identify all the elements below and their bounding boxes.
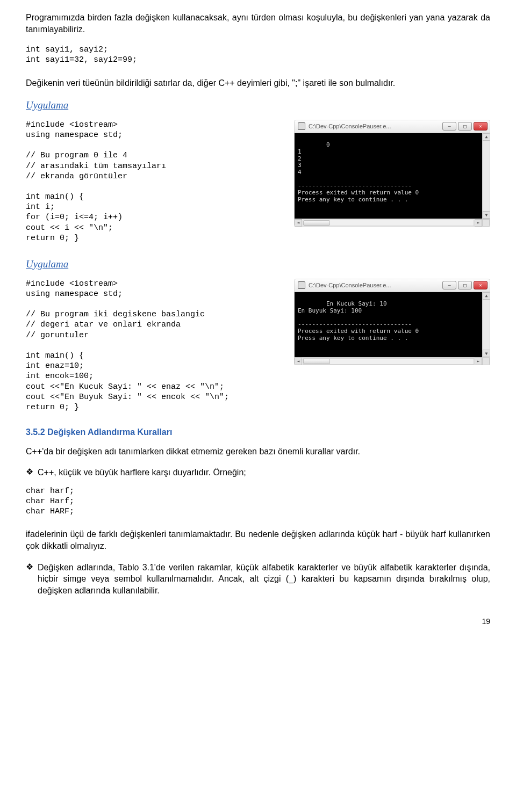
- scroll-right-icon[interactable]: ►: [475, 358, 482, 365]
- intro-code: int sayi1, sayi2; int sayi1=32, sayi2=99…: [26, 45, 490, 65]
- scroll-up-icon[interactable]: ▲: [483, 292, 490, 300]
- minimize-button[interactable]: –: [442, 281, 456, 289]
- scroll-h-thumb[interactable]: [303, 220, 330, 226]
- app-icon: [298, 122, 305, 130]
- resize-grip-icon[interactable]: [482, 358, 490, 365]
- intro-paragraph-2: Değikenin veri tüeünün bildirildiği satı…: [26, 77, 490, 89]
- horizontal-scrollbar[interactable]: ◄ ►: [295, 357, 490, 365]
- intro-paragraph-1: Programımızda birden fazla değişken kull…: [26, 12, 490, 35]
- console-1-title: C:\Dev-Cpp\ConsolePauser.e...: [309, 122, 442, 130]
- console-1-output: 0 1 2 3 4 ------------------------------…: [295, 133, 490, 219]
- vertical-scrollbar[interactable]: ▲ ▼: [482, 133, 490, 219]
- example-1-row: #include <iostream> using namespace std;…: [26, 120, 490, 243]
- bullet-1: ❖ C++, küçük ve büyük harflere karşı duy…: [26, 467, 490, 479]
- close-button[interactable]: ✕: [474, 122, 488, 130]
- bullet-1-text: C++, küçük ve büyük harflere karşı duyar…: [38, 467, 246, 479]
- scroll-h-track[interactable]: [303, 358, 474, 365]
- vertical-scrollbar[interactable]: ▲ ▼: [482, 292, 490, 358]
- minimize-button[interactable]: –: [442, 122, 456, 130]
- scroll-down-icon[interactable]: ▼: [483, 211, 490, 219]
- bullet-2-text: Değişken adlarında, Tablo 3.1'de verilen…: [38, 562, 490, 597]
- example-2-code: #include <iostream> using namespace std;…: [26, 279, 281, 412]
- section-heading: 3.5.2 Değişken Adlandırma Kuralları: [26, 426, 490, 438]
- example-1-code: #include <iostream> using namespace std;…: [26, 120, 281, 243]
- console-1-titlebar[interactable]: C:\Dev-Cpp\ConsolePauser.e... – □ ✕: [295, 120, 490, 133]
- scroll-up-icon[interactable]: ▲: [483, 133, 490, 141]
- console-window-2: C:\Dev-Cpp\ConsolePauser.e... – □ ✕ En K…: [294, 279, 490, 366]
- console-2-output: En Kucuk Sayi: 10 En Buyuk Sayi: 100 ---…: [295, 292, 490, 358]
- console-1-text: 0 1 2 3 4 ------------------------------…: [298, 141, 419, 202]
- section-p1: C++'da bir değişken adı tanımlarken dikk…: [26, 446, 490, 458]
- console-2-text: En Kucuk Sayi: 10 En Buyuk Sayi: 100 ---…: [298, 300, 419, 341]
- example-1-heading: Uygulama: [26, 98, 490, 112]
- console-window-1: C:\Dev-Cpp\ConsolePauser.e... – □ ✕ 0 1 …: [294, 120, 490, 227]
- app-icon: [298, 281, 305, 289]
- section-p2: ifadelerinin üçü de farklı değişkenleri …: [26, 528, 490, 552]
- horizontal-scrollbar[interactable]: ◄ ►: [295, 219, 490, 226]
- example-2-row: #include <iostream> using namespace std;…: [26, 279, 490, 412]
- maximize-button[interactable]: □: [458, 122, 472, 130]
- section-code: char harf; char Harf; char HARF;: [26, 486, 490, 517]
- maximize-button[interactable]: □: [458, 281, 472, 289]
- bullet-2: ❖ Değişken adlarında, Tablo 3.1'de veril…: [26, 562, 490, 597]
- scroll-left-icon[interactable]: ◄: [295, 219, 302, 227]
- bullet-icon: ❖: [26, 467, 33, 479]
- console-2-titlebar[interactable]: C:\Dev-Cpp\ConsolePauser.e... – □ ✕: [295, 279, 490, 292]
- bullet-icon: ❖: [26, 562, 33, 597]
- scroll-right-icon[interactable]: ►: [475, 219, 482, 227]
- example-2-heading: Uygulama: [26, 257, 490, 271]
- scroll-h-track[interactable]: [303, 220, 474, 226]
- scroll-down-icon[interactable]: ▼: [483, 350, 490, 357]
- scroll-h-thumb[interactable]: [303, 359, 330, 364]
- console-2-title: C:\Dev-Cpp\ConsolePauser.e...: [309, 281, 442, 289]
- scroll-left-icon[interactable]: ◄: [295, 358, 302, 365]
- resize-grip-icon[interactable]: [482, 219, 490, 227]
- page-number: 19: [26, 617, 490, 627]
- close-button[interactable]: ✕: [474, 281, 488, 289]
